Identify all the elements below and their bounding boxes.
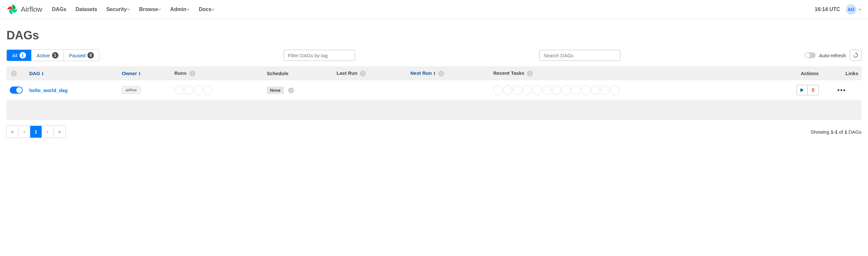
filter-count-paused: 0	[87, 52, 94, 59]
col-next-run[interactable]: Next Run▲▼ i	[407, 66, 490, 80]
sort-icon: ▲▼	[41, 72, 44, 76]
filter-count-active: 1	[52, 52, 59, 59]
owner-badge[interactable]: airflow	[122, 87, 140, 94]
page-next[interactable]: ›	[42, 126, 54, 138]
col-links: Links	[822, 66, 862, 80]
play-icon	[800, 88, 804, 92]
nav-security[interactable]: Security	[106, 6, 130, 12]
page-first[interactable]: «	[7, 126, 19, 138]
actions-cell	[766, 85, 818, 95]
nav-docs[interactable]: Docs	[199, 6, 215, 12]
page-title: DAGs	[6, 29, 862, 42]
dag-name-link[interactable]: hello_world_dag	[29, 87, 68, 93]
filter-count-all: 1	[20, 52, 26, 59]
task-circle[interactable]	[542, 86, 551, 95]
col-owner[interactable]: Owner▲▼	[119, 66, 171, 80]
info-icon: i	[438, 70, 444, 77]
last-run-cell	[333, 80, 407, 100]
col-dag[interactable]: DAG▲▼	[26, 66, 119, 80]
chevron-down-icon	[212, 8, 215, 11]
run-circle[interactable]	[194, 86, 203, 95]
run-circle[interactable]	[184, 86, 193, 95]
recent-tasks-circles	[493, 86, 760, 95]
page-last[interactable]: »	[54, 126, 65, 138]
run-circle[interactable]	[175, 86, 184, 95]
refresh-icon	[853, 52, 859, 58]
logo[interactable]: Airflow	[6, 4, 42, 15]
run-circle[interactable]	[204, 86, 213, 95]
task-circle[interactable]	[610, 86, 619, 95]
chevron-down-icon	[158, 8, 161, 11]
search-input[interactable]	[539, 50, 620, 61]
filter-tab-active[interactable]: Active 1	[32, 50, 64, 61]
trash-icon	[811, 88, 815, 92]
schedule-badge[interactable]: None	[267, 87, 284, 94]
navbar: Airflow DAGs Datasets Security Browse Ad…	[0, 0, 868, 19]
delete-dag-button[interactable]	[808, 85, 818, 95]
col-actions: Actions	[763, 66, 822, 80]
clock: 16:14 UTC	[815, 6, 840, 12]
dag-table: i DAG▲▼ Owner▲▼ Runs i Schedule Last Run…	[6, 66, 862, 120]
brand-name: Airflow	[21, 5, 42, 14]
chevron-down-icon	[186, 8, 190, 11]
task-circle[interactable]	[601, 86, 610, 95]
filter-tab-all[interactable]: All 1	[7, 50, 32, 61]
nav-right: 16:14 UTC AG	[815, 4, 862, 15]
showing-text: Showing 1-1 of 1 DAGs	[810, 129, 862, 135]
nav-browse[interactable]: Browse	[139, 6, 161, 12]
task-circle[interactable]	[503, 86, 512, 95]
task-circle[interactable]	[562, 86, 571, 95]
info-icon: i	[11, 70, 17, 77]
col-last-run: Last Run i	[333, 66, 407, 80]
trigger-dag-button[interactable]	[797, 85, 808, 95]
footer: « ‹ 1 › » Showing 1-1 of 1 DAGs	[6, 125, 862, 138]
filter-tab-paused[interactable]: Paused 0	[64, 50, 99, 61]
sort-icon: ▲▼	[433, 72, 436, 76]
nav-items: DAGs Datasets Security Browse Admin Docs	[52, 6, 815, 12]
filter-tabs: All 1 Active 1 Paused 0	[6, 50, 99, 61]
info-icon: i	[189, 70, 195, 77]
auto-refresh-toggle[interactable]	[805, 52, 816, 58]
search-box	[539, 50, 620, 61]
task-circle[interactable]	[552, 86, 561, 95]
col-recent-tasks: Recent Tasks i	[490, 66, 763, 80]
links-menu-button[interactable]: •••	[825, 87, 858, 94]
next-run-cell	[407, 80, 490, 100]
table-row: hello_world_dag airflow None i	[6, 80, 862, 100]
tag-filter-input[interactable]	[284, 50, 355, 61]
info-icon: i	[527, 70, 533, 77]
tag-filter	[284, 50, 355, 61]
avatar: AG	[846, 4, 856, 15]
page-current[interactable]: 1	[30, 126, 42, 138]
page: DAGs All 1 Active 1 Paused 0 Auto-refr	[0, 19, 868, 148]
runs-circles	[175, 86, 260, 95]
table-header-row: i DAG▲▼ Owner▲▼ Runs i Schedule Last Run…	[6, 66, 862, 80]
auto-refresh: Auto-refresh	[805, 52, 846, 58]
sort-icon: ▲▼	[138, 72, 141, 76]
info-icon: i	[360, 70, 366, 77]
col-runs: Runs i	[171, 66, 264, 80]
task-circle[interactable]	[591, 86, 600, 95]
chevron-down-icon	[858, 8, 862, 11]
chevron-down-icon	[127, 8, 130, 11]
nav-dags[interactable]: DAGs	[52, 6, 66, 12]
user-menu[interactable]: AG	[846, 4, 862, 15]
page-prev[interactable]: ‹	[19, 126, 30, 138]
auto-refresh-label: Auto-refresh	[819, 53, 846, 58]
nav-datasets[interactable]: Datasets	[75, 6, 97, 12]
task-circle[interactable]	[513, 86, 522, 95]
task-circle[interactable]	[493, 86, 502, 95]
table-spacer	[6, 100, 862, 120]
pagination: « ‹ 1 › »	[6, 125, 66, 138]
toolbar: All 1 Active 1 Paused 0 Auto-refresh	[6, 50, 862, 61]
col-schedule: Schedule	[264, 66, 333, 80]
refresh-button[interactable]	[850, 50, 862, 61]
task-circle[interactable]	[523, 86, 532, 95]
task-circle[interactable]	[581, 86, 590, 95]
task-circle[interactable]	[571, 86, 581, 95]
nav-admin[interactable]: Admin	[170, 6, 190, 12]
task-circle[interactable]	[532, 86, 541, 95]
dag-enable-toggle[interactable]	[10, 87, 23, 94]
airflow-pinwheel-icon	[6, 4, 18, 15]
info-icon: i	[288, 87, 294, 93]
